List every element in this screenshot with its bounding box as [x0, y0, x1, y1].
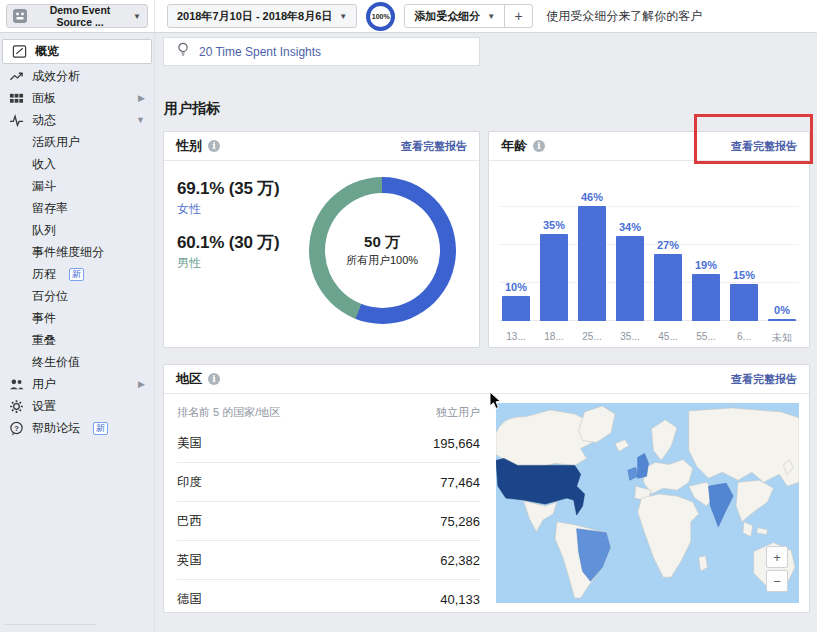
gender-view-full-report-link[interactable]: 查看完整报告: [401, 139, 467, 154]
sidebar-item-lifetime-value[interactable]: 终生价值: [0, 351, 154, 373]
x-axis-label: 未知: [763, 331, 801, 345]
sidebar-item-retention[interactable]: 留存率: [0, 197, 154, 219]
world-map-svg: [496, 403, 799, 603]
sidebar-item-overlap[interactable]: 重叠: [0, 329, 154, 351]
map-canada: [496, 410, 592, 468]
chevron-down-icon: ▼: [136, 115, 145, 125]
new-badge: 新: [93, 422, 108, 435]
age-bar-18: 35%: [535, 219, 573, 322]
gender-card: 性别 i 查看完整报告 69.1% (35 万)女性60.1% (30 万)男性…: [163, 131, 480, 348]
event-source-selector[interactable]: Demo Event Source ... ▼: [6, 4, 148, 28]
country-row: 印度77,464: [177, 463, 480, 502]
sidebar-item-revenue[interactable]: 收入: [0, 153, 154, 175]
chevron-down-icon: ▼: [133, 12, 141, 21]
region-card-body: 排名前 5 的国家/地区 独立用户 美国195,664印度77,464巴西75,…: [164, 394, 809, 613]
country-name: 德国: [177, 591, 202, 608]
region-card-title: 地区: [176, 370, 202, 388]
sidebar-item-people[interactable]: 用户▶: [0, 373, 154, 395]
country-name: 印度: [177, 474, 202, 491]
sidebar-item-funnels[interactable]: 漏斗: [0, 175, 154, 197]
region-view-full-report-link[interactable]: 查看完整报告: [731, 372, 797, 387]
sidebar-item-active-users[interactable]: 活跃用户: [0, 131, 154, 153]
grid-icon: [9, 91, 24, 106]
sidebar-item-cohorts[interactable]: 队列: [0, 219, 154, 241]
age-card-header: 年龄 i 查看完整报告: [489, 132, 809, 161]
map-russia-asia: [689, 408, 799, 486]
country-row: 巴西75,286: [177, 502, 480, 541]
map-zoom-out-button[interactable]: −: [766, 570, 788, 592]
sidebar-item-label: 帮助论坛: [32, 420, 80, 437]
sidebar-item-percentiles[interactable]: 百分位: [0, 285, 154, 307]
age-bar-35: 34%: [611, 221, 649, 321]
event-source-icon: [13, 9, 27, 24]
donut-total-label: 所有用户100%: [346, 253, 418, 268]
x-axis-label: 25...: [573, 331, 611, 345]
add-segment-dropdown[interactable]: 添加受众细分 ▼: [405, 5, 505, 27]
bar: [730, 284, 758, 322]
sidebar-item-dashboards[interactable]: 面板▶: [0, 87, 154, 109]
analytics-app: Demo Event Source ... ▼ 2018年7月10日 - 201…: [0, 0, 817, 632]
age-bar-6: 15%: [725, 269, 763, 322]
trend-icon: [9, 69, 24, 84]
gender-card-body: 69.1% (35 万)女性60.1% (30 万)男性 50 万 所有用户10…: [164, 161, 479, 324]
sidebar-item-activity[interactable]: 动态▼: [0, 109, 154, 131]
unique-users-value: 195,664: [433, 436, 480, 451]
time-spent-insights-link[interactable]: 20 Time Spent Insights: [199, 45, 321, 59]
chevron-down-icon: ▼: [339, 12, 347, 21]
info-icon[interactable]: i: [533, 140, 545, 152]
segment-hint-text: 使用受众细分来了解你的客户: [546, 8, 702, 25]
insights-banner[interactable]: 20 Time Spent Insights: [163, 37, 480, 66]
gender-stat-label: 女性: [177, 201, 295, 218]
bar: [578, 206, 606, 321]
sidebar-item-events[interactable]: 事件: [0, 307, 154, 329]
sidebar-item-insights[interactable]: 成效分析: [0, 65, 154, 87]
sidebar-item-settings[interactable]: 设置: [0, 395, 154, 417]
gender-stat-value: 69.1% (35 万): [177, 177, 295, 200]
chevron-right-icon: ▶: [138, 379, 145, 389]
region-card: 地区 i 查看完整报告 排名前 5 的国家/地区 独立用户 美国195,664印…: [163, 364, 810, 613]
region-card-header: 地区 i 查看完整报告: [164, 365, 809, 394]
age-bar-13: 10%: [497, 281, 535, 321]
info-icon[interactable]: i: [208, 140, 220, 152]
bar-value-label: 10%: [505, 281, 527, 293]
gender-card-title: 性别: [176, 137, 202, 155]
x-axis-label: 18...: [535, 331, 573, 345]
sidebar-nav: 概览成效分析面板▶动态▼活跃用户收入漏斗留存率队列事件维度细分历程新百分位事件重…: [0, 33, 155, 632]
unique-users-value: 75,286: [440, 514, 480, 529]
add-segment-plus-button[interactable]: +: [505, 5, 532, 27]
x-axis-label: 55...: [687, 331, 725, 345]
sidebar-item-label: 活跃用户: [32, 134, 80, 151]
overview-icon: [12, 44, 27, 59]
date-range-selector[interactable]: 2018年7月10日 - 2018年8月6日 ▼: [167, 4, 357, 28]
sidebar-item-label: 概览: [35, 43, 59, 60]
x-axis-label: 6...: [725, 331, 763, 345]
bar-value-label: 19%: [695, 259, 717, 271]
age-axis-labels: 13...18...25...35...45...55...6...未知: [497, 331, 801, 345]
country-name: 英国: [177, 552, 202, 569]
segment-controls: 添加受众细分 ▼ +: [404, 4, 533, 28]
age-view-full-report-link[interactable]: 查看完整报告: [731, 139, 797, 154]
country-name: 美国: [177, 435, 202, 452]
sidebar-item-journeys[interactable]: 历程新: [0, 263, 154, 285]
sidebar-item-label: 留存率: [32, 200, 68, 217]
sidebar-item-event-breakdown[interactable]: 事件维度细分: [0, 241, 154, 263]
sidebar-item-help-forum[interactable]: ?帮助论坛新: [0, 417, 154, 439]
gender-donut-chart: 50 万 所有用户100%: [309, 177, 456, 324]
sidebar-item-label: 收入: [32, 156, 56, 173]
gender-stat-label: 男性: [177, 255, 295, 272]
info-icon[interactable]: i: [208, 373, 220, 385]
map-zoom-in-button[interactable]: +: [766, 546, 788, 568]
sidebar-item-label: 用户: [32, 376, 56, 393]
new-badge: 新: [69, 268, 84, 281]
users-icon: [9, 377, 24, 392]
topbar-left: Demo Event Source ... ▼: [0, 0, 155, 32]
unique-users-value: 77,464: [440, 475, 480, 490]
sidebar-item-overview[interactable]: 概览: [2, 39, 152, 64]
help-icon: ?: [9, 421, 24, 436]
page-title: 用户指标: [164, 100, 810, 118]
gender-stat-value: 60.1% (30 万): [177, 231, 295, 254]
lightbulb-icon: [176, 42, 190, 61]
age-bar-chart: 10%35%46%34%27%19%15%0%: [497, 167, 801, 321]
map-zoom-controls: + −: [766, 546, 788, 592]
world-map[interactable]: + −: [496, 403, 799, 603]
